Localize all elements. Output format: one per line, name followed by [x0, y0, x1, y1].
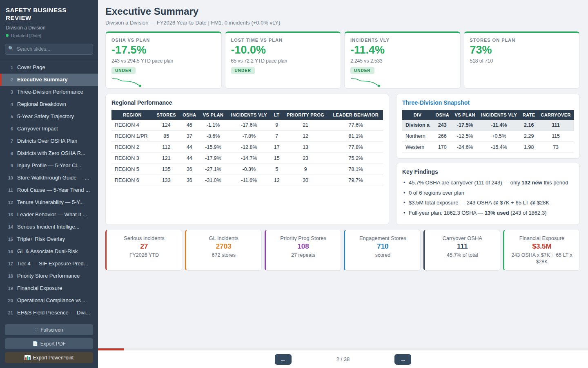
next-slide-button[interactable]: →	[394, 354, 411, 365]
sidebar-slide-item[interactable]: 19 Financial Exposure	[0, 282, 98, 294]
stat-label: Financial Exposure	[508, 235, 576, 241]
cell-incidents-vly: +0.5%	[478, 131, 520, 142]
stat-card: GL Incidents 2703 672 stores	[185, 230, 262, 271]
cell-region: REGION 4	[111, 120, 153, 131]
slide-number: 15	[6, 237, 13, 242]
column-header: OSHA	[179, 110, 199, 120]
sidebar-slide-item[interactable]: 3 Three-Division Performance	[0, 86, 98, 98]
stat-value: 2703	[189, 242, 258, 251]
slide-number: 13	[6, 212, 13, 217]
fullscreen-button[interactable]: ⛶ Fullscreen	[5, 324, 93, 335]
table-row: REGION 5 135 36 -27.1% -0.3% 5 9 78.1%	[111, 164, 383, 175]
cell-priority-prog: 12	[283, 131, 329, 142]
search-icon: 🔍	[8, 46, 14, 51]
column-header: VS PLAN	[199, 110, 227, 120]
column-header: STORES	[153, 110, 179, 120]
app-title: SAFETY BUSINESS REVIEW	[6, 7, 79, 22]
kpi-detail: 2,245 vs 2,533	[350, 58, 454, 64]
cell-div: Division a	[402, 120, 433, 131]
cell-incidents-vly: -11.4%	[478, 120, 520, 131]
previous-slide-button[interactable]: ←	[275, 354, 292, 365]
main-area: Executive Summary Division a Division — …	[98, 0, 588, 368]
stat-sub: scored	[348, 252, 417, 258]
key-findings-panel: Key Findings 45.7% OSHA are carryover (1…	[396, 163, 580, 225]
cell-priority-prog: 21	[283, 120, 329, 131]
slide-number: 19	[6, 286, 13, 291]
cell-region: REGION 3	[111, 153, 153, 164]
sidebar-slide-item[interactable]: 8 Districts with Zero OSHA R...	[0, 147, 98, 159]
sidebar-slide-item[interactable]: 12 Tenure Vulnerability — 5-Y...	[0, 196, 98, 209]
sidebar-slide-item[interactable]: 6 Carryover Impact	[0, 123, 98, 135]
export-pdf-button[interactable]: 📄 Export PDF	[5, 338, 93, 349]
column-header: DIV	[402, 110, 433, 120]
slide-label: GL & Associate Dual-Risk	[17, 248, 78, 254]
footer-navigation: ← 2 / 38 →	[98, 350, 588, 368]
trend-sparkline-icon	[111, 76, 146, 88]
sidebar-slide-item[interactable]: 10 Store Walkthrough Guide — ...	[0, 172, 98, 184]
cell-vsplan: -12.5%	[452, 131, 478, 142]
column-header: OSHA	[433, 110, 452, 120]
sidebar-slide-item[interactable]: 2 Executive Summary	[0, 74, 98, 86]
slide-number: 8	[6, 151, 13, 156]
sidebar-slide-item[interactable]: 16 GL & Associate Dual-Risk	[0, 245, 98, 258]
key-findings-title: Key Findings	[402, 168, 574, 175]
kpi-label: LOST TIME VS PLAN	[231, 38, 335, 43]
cell-vsplan: -17.9%	[199, 153, 227, 164]
cell-stores: 85	[153, 131, 179, 142]
sidebar-slide-item[interactable]: 15 Triple+ Risk Overlay	[0, 233, 98, 245]
cell-div: Western	[402, 142, 433, 153]
cell-osha: 170	[433, 142, 452, 153]
stat-sub: 243 OSHA x $7K + 65 LT x $28K	[508, 252, 576, 265]
slide-label: Injury Profile — 5-Year Cl...	[17, 162, 81, 168]
sidebar-slide-item[interactable]: 13 Leader Behavior — What It ...	[0, 209, 98, 221]
sidebar-slide-item[interactable]: 11 Root Cause — 5-Year Trend ...	[0, 184, 98, 196]
slide-label: Root Cause — 5-Year Trend ...	[17, 187, 90, 193]
stat-sub: FY2026 YTD	[110, 252, 178, 258]
sidebar-slide-item[interactable]: 14 Serious Incident Intellige...	[0, 221, 98, 233]
column-header: INCIDENTS VLY	[478, 110, 520, 120]
sidebar-actions: ⛶ Fullscreen 📄 Export PDF Export PowerPo…	[0, 321, 98, 368]
cell-rate: 2.16	[520, 120, 538, 131]
slide-label: Regional Breakdown	[17, 101, 66, 107]
sidebar-slide-item[interactable]: 20 Operational Compliance vs ...	[0, 294, 98, 307]
slide-number: 1	[6, 65, 13, 70]
key-finding-item: $3.5M total exposure — 243 OSHA @ $7K + …	[402, 199, 574, 206]
cell-incidents-vly: -12.8%	[227, 142, 271, 153]
sidebar-slide-item[interactable]: 21 EH&S Field Presence — Divi...	[0, 307, 98, 319]
export-powerpoint-button[interactable]: Export PowerPoint	[5, 352, 93, 363]
sidebar-slide-item[interactable]: 9 Injury Profile — 5-Year Cl...	[0, 159, 98, 172]
slide-number: 21	[6, 310, 13, 315]
sidebar-slide-item[interactable]: 4 Regional Breakdown	[0, 98, 98, 110]
cell-osha: 44	[179, 153, 199, 164]
sidebar-slide-item[interactable]: 7 Districts Over OSHA Plan	[0, 135, 98, 147]
cell-region: REGION 2	[111, 142, 153, 153]
slide-number: 7	[6, 139, 13, 144]
cell-lt: 9	[271, 120, 283, 131]
cell-lt: 15	[271, 153, 283, 164]
sidebar-slide-item[interactable]: 1 Cover Page	[0, 61, 98, 74]
key-finding-item: 0 of 6 regions over plan	[402, 189, 574, 197]
updated-text: Updated [Date]	[11, 33, 41, 38]
slide-number: 14	[6, 224, 13, 229]
cell-incidents-vly: -14.7%	[227, 153, 271, 164]
finding-text: $3.5M total exposure — 243 OSHA @ $7K + …	[409, 200, 549, 206]
column-header: PRIORITY PROG	[283, 110, 329, 120]
cell-priority-prog: 30	[283, 175, 329, 186]
sidebar-slide-item[interactable]: 5 5-Year Safety Trajectory	[0, 110, 98, 123]
cell-div: Northern	[402, 131, 433, 142]
cell-vsplan: -31.0%	[199, 175, 227, 186]
search-input[interactable]	[5, 44, 93, 55]
fullscreen-icon: ⛶	[35, 327, 38, 332]
cell-carryover: 115	[538, 131, 574, 142]
table-row: REGION 1/PR 85 37 -8.6% -7.8% 7 12 81.1%	[111, 131, 383, 142]
finding-text: Full-year plan: 1862.3 OSHA —	[409, 210, 485, 216]
slide-label: Three-Division Performance	[17, 89, 83, 95]
cell-vsplan: -17.5%	[452, 120, 478, 131]
slide-label: Cover Page	[17, 64, 45, 70]
cell-incidents-vly: -7.8%	[227, 131, 271, 142]
sidebar-slide-item[interactable]: 17 Tier 4 — SIF Exposure Pred...	[0, 258, 98, 270]
slide-number: 20	[6, 298, 13, 303]
cell-stores: 135	[153, 164, 179, 175]
sidebar-slide-item[interactable]: 18 Priority Store Performance	[0, 270, 98, 282]
slide-number: 4	[6, 102, 13, 107]
